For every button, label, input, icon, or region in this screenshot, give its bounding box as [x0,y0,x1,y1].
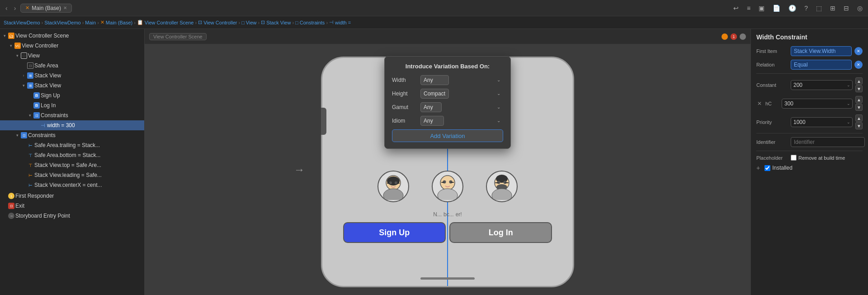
sidebar-item-view[interactable]: ▾ □ View [0,51,144,61]
breadcrumb-item[interactable]: ⊡ [198,19,202,25]
breadcrumb-item[interactable]: View [246,20,257,25]
breadcrumb-item[interactable]: ⊣ [329,19,334,25]
sidebar-item-log-in[interactable]: › B Log In [0,100,144,110]
vc-scene-tab[interactable]: View Controller Scene [149,33,207,40]
help-icon[interactable]: ? [802,4,810,13]
layout-icon[interactable]: ⊞ [828,4,837,13]
priority-stepper-down[interactable]: ▼ [855,122,863,129]
sidebar-item-vc[interactable]: ▾ VC View Controller [0,41,144,51]
svg-rect-11 [451,182,454,183]
sidebar-item-constraints-outer[interactable]: ▾ ⊡ Constraints [0,130,144,140]
sidebar-label: Stack View.top = Safe Are... [34,162,101,168]
panel-value-relation: Equal [791,60,852,70]
info-dot[interactable] [740,33,746,40]
h-constraint-icon: ⊢ [27,143,33,148]
svg-rect-10 [441,182,444,183]
breadcrumb-item[interactable]: ⊡ [261,19,265,25]
breadcrumb-item[interactable]: Constraints [300,20,325,25]
signup-button[interactable]: Sign Up [343,222,446,243]
sidebar-item-storyboard-entry[interactable]: › → Storyboard Entry Point [0,211,144,221]
fullscreen-icon[interactable]: ◎ [855,4,864,13]
sidebar-label: width = 300 [47,122,75,128]
error-dot[interactable]: 1 [731,33,737,40]
avatar-bald-man [425,148,470,202]
arrow-indicator: → [294,163,305,176]
panel-divider-3 [756,151,863,151]
sidebar-label: Safe Area [34,62,58,69]
breadcrumb-item[interactable]: width = [335,20,351,25]
split-icon[interactable]: ⊟ [842,4,851,13]
panel-select-hc[interactable]: 300 [782,99,853,109]
tab-close-icon[interactable]: ✕ [63,5,67,10]
breadcrumb-item[interactable]: ✕ [100,19,104,25]
hc-stepper-up[interactable]: ▲ [855,96,863,103]
share-icon[interactable]: ⬚ [814,4,824,13]
main-tab[interactable]: ✕ Main (Base) ✕ [20,4,72,13]
sidebar-item-stack-leading[interactable]: › ⊢ Stack View.leading = Safe... [0,170,144,180]
breadcrumb-item[interactable]: Stack View [266,20,291,25]
hc-stepper-down[interactable]: ▼ [855,104,863,111]
breadcrumb-item[interactable]: □ [295,20,298,25]
new-file-icon[interactable]: 📄 [771,4,782,13]
priority-stepper-up[interactable]: ▲ [855,114,863,122]
sidebar-item-width-300[interactable]: › ⊣ width = 300 [0,120,144,130]
login-button[interactable]: Log In [449,222,552,243]
breadcrumb-item[interactable]: Main [85,20,96,25]
clock-icon[interactable]: 🕐 [787,4,798,13]
sidebar-item-sign-up[interactable]: › B Sign Up [0,90,144,100]
expand-arrow: › [21,63,26,68]
expand-arrow: › [27,93,33,98]
buttons-row: Sign Up Log In [343,222,552,243]
sidebar-item-stack-view-2[interactable]: ▾ ⊞ Stack View [0,81,144,90]
sidebar-item-constraints-inner[interactable]: ▾ ⊡ Constraints [0,110,144,120]
popup-select-idiom[interactable]: Any iPhone iPad Mac [420,116,444,126]
close-hc-button[interactable]: ✕ [756,100,763,107]
expand-arrow: ▾ [8,43,14,48]
sidebar-item-exit[interactable]: › ⊡ Exit [0,201,144,211]
stepper-up[interactable]: ▲ [855,77,863,85]
sidebar-item-safe-bottom[interactable]: › ⊤ Safe Area.bottom = Stack... [0,150,144,160]
plus-icon[interactable]: + [756,164,760,171]
breadcrumb-item[interactable]: StackViewDemo [44,20,81,25]
breadcrumb-item[interactable]: StackViewDemo [4,20,40,25]
installed-label[interactable]: Installed [764,165,793,171]
popup-select-height[interactable]: Any Compact Regular [420,89,449,99]
breadcrumb-item[interactable]: View Controller [203,20,237,25]
avatar-head-woman [377,171,409,202]
remove-at-build-checkbox[interactable] [791,155,797,161]
popup-title: Introduce Variation Based On: [392,63,503,70]
sidebar-item-vc-scene[interactable]: ▾ 🗂 View Controller Scene [0,31,144,41]
add-variation-button[interactable]: Add Variation [392,129,503,142]
sidebar-item-first-responder[interactable]: › 1 First Responder [0,191,144,201]
constant-select-wrap: 200 [791,80,853,90]
panel-select-priority[interactable]: 1000 [791,117,853,127]
vc-icon: VC [14,43,21,49]
warning-dot[interactable] [722,33,728,40]
sidebar-item-stack-centerx[interactable]: › ⊢ Stack View.centerX = cent... [0,180,144,190]
list-icon[interactable]: ≡ [745,4,752,13]
sidebar-item-stack-top[interactable]: › ⊤ Stack View.top = Safe Are... [0,160,144,170]
sidebar-item-stack-view-1[interactable]: › ⊞ Stack View [0,71,144,81]
refresh-icon[interactable]: ↩ [731,4,741,13]
popup-label-width: Width [392,77,417,83]
popup-select-width[interactable]: Any Compact Regular [420,75,449,85]
svg-rect-17 [495,182,499,183]
nav-back-button[interactable]: ‹ [4,4,9,13]
nav-forward-button[interactable]: › [12,4,18,13]
popup-label-idiom: Idiom [392,118,417,124]
sidebar-item-safe-trailing[interactable]: › ⊢ Safe Area.trailing = Stack... [0,140,144,150]
remove-at-build-label[interactable]: Remove at build time [791,155,845,161]
breadcrumb-item[interactable]: Main (Base) [106,20,132,25]
installed-checkbox[interactable] [764,165,770,171]
sidebar-item-safe-area[interactable]: › ⊡ Safe Area [0,61,144,71]
breadcrumb-item[interactable]: 📋 [137,19,143,25]
popup-row-idiom: Idiom Any iPhone iPad Mac [392,116,503,126]
stepper-down[interactable]: ▼ [855,85,863,92]
panel-select-constant[interactable]: 200 [791,80,853,90]
popup-select-gamut[interactable]: Any sRGB P3 [420,102,442,112]
identifier-input[interactable] [791,137,865,147]
button-b-icon: B [33,102,40,109]
inspector-icon[interactable]: ▣ [757,4,766,13]
breadcrumb-item[interactable]: View Controller Scene [145,20,194,25]
breadcrumb-item[interactable]: □ [241,20,245,25]
